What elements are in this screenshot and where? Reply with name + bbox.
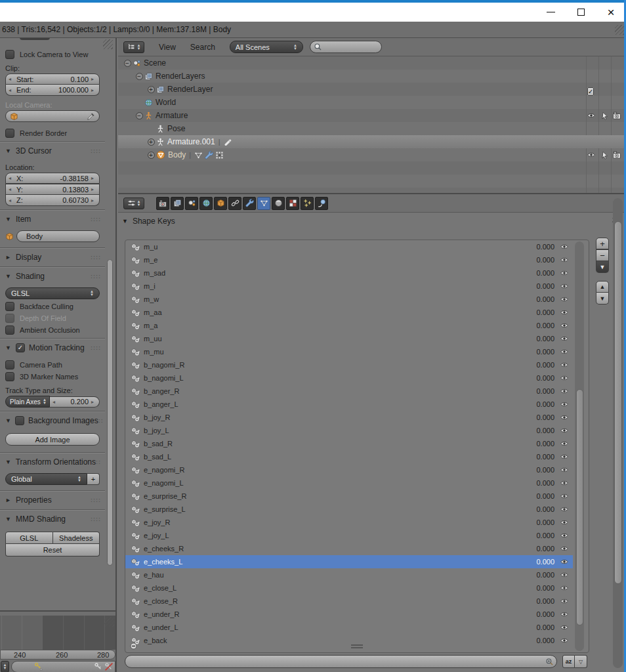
mmd-reset-button[interactable]: Reset bbox=[5, 544, 100, 556]
cursor-z-slider[interactable]: ◂ Z: 0.60730 ▸ bbox=[5, 195, 100, 206]
shape-key-name[interactable]: e_joy_L bbox=[144, 532, 536, 539]
tab-particles[interactable] bbox=[301, 197, 314, 210]
cursor-y-slider[interactable]: ◂ Y: 0.13803 ▸ bbox=[5, 184, 100, 195]
tab-world[interactable] bbox=[199, 197, 213, 210]
mute-eye-icon[interactable] bbox=[560, 282, 569, 291]
mute-eye-icon[interactable] bbox=[560, 597, 569, 606]
shape-key-value[interactable]: 0.000 bbox=[536, 387, 554, 395]
shape-key-name[interactable]: b_joy_R bbox=[144, 413, 536, 421]
shape-key-value[interactable]: 0.000 bbox=[536, 322, 554, 329]
shape-key-value[interactable]: 0.000 bbox=[536, 505, 554, 513]
selectability-cursor-icon[interactable] bbox=[599, 150, 610, 159]
item-name-field[interactable]: Body bbox=[16, 230, 100, 242]
increment-arrow-icon[interactable]: ▸ bbox=[91, 186, 96, 192]
shape-key-name[interactable]: e_cheeks_L bbox=[144, 558, 536, 566]
mute-eye-icon[interactable] bbox=[560, 570, 569, 579]
sort-alphabetical-button[interactable]: az bbox=[562, 655, 575, 668]
decrement-arrow-icon[interactable]: ◂ bbox=[9, 175, 14, 181]
shape-key-row-m_mu[interactable]: m_mu0.000 bbox=[125, 345, 573, 358]
increment-arrow-icon[interactable]: ▸ bbox=[91, 76, 96, 82]
panel-transform-orientations[interactable]: ▼ Transform Orientations :: bbox=[5, 456, 101, 468]
properties-scrollbar-thumb[interactable] bbox=[614, 221, 622, 584]
shape-key-row-b_anger_L[interactable]: b_anger_L0.000 bbox=[125, 398, 573, 411]
outliner-item-label[interactable]: Body bbox=[168, 150, 186, 159]
shape-key-value[interactable]: 0.000 bbox=[536, 243, 554, 251]
panel-drag-grip[interactable]: :: bbox=[96, 459, 101, 465]
expand-toggle-icon[interactable]: + bbox=[146, 138, 156, 146]
renderability-camera-icon[interactable] bbox=[612, 150, 622, 159]
mute-eye-icon[interactable] bbox=[560, 557, 569, 566]
shape-key-value[interactable]: 0.000 bbox=[536, 282, 554, 290]
local-camera-field[interactable] bbox=[5, 110, 100, 122]
render-border-checkbox[interactable] bbox=[5, 129, 14, 138]
decrement-arrow-icon[interactable]: ◂ bbox=[9, 76, 14, 82]
shape-key-value[interactable]: 0.000 bbox=[536, 492, 554, 500]
increment-arrow-icon[interactable]: ▸ bbox=[91, 399, 96, 405]
shape-key-name[interactable]: e_under_R bbox=[144, 610, 536, 618]
outliner-row-scene[interactable]: −Scene bbox=[118, 56, 626, 70]
mute-eye-icon[interactable] bbox=[560, 373, 569, 383]
visibility-eye-icon[interactable] bbox=[586, 111, 596, 120]
collapse-toggle-icon[interactable]: − bbox=[134, 112, 144, 119]
shape-key-value[interactable]: 0.000 bbox=[536, 610, 554, 618]
delete-keyframe-icon[interactable] bbox=[104, 662, 114, 671]
mute-eye-icon[interactable] bbox=[560, 518, 569, 527]
shape-key-value[interactable]: 0.000 bbox=[536, 571, 554, 579]
collapse-toggle-icon[interactable]: − bbox=[122, 60, 133, 67]
shape-key-row-e_joy_R[interactable]: e_joy_R0.000 bbox=[125, 516, 573, 529]
eyedropper-icon[interactable] bbox=[87, 112, 95, 121]
add-image-button[interactable]: Add Image bbox=[5, 433, 100, 446]
tab-texture[interactable] bbox=[286, 197, 299, 210]
expand-toggle-icon[interactable]: + bbox=[146, 86, 156, 93]
shape-key-row-e_cheeks_L[interactable]: e_cheeks_L0.000 bbox=[125, 555, 573, 568]
panel-drag-grip[interactable]: :::: bbox=[91, 497, 101, 503]
marker-names-checkbox[interactable] bbox=[5, 372, 14, 381]
shape-key-row-m_a[interactable]: m_a0.000 bbox=[125, 319, 573, 332]
list-scrollbar-thumb[interactable] bbox=[576, 389, 583, 625]
decrement-arrow-icon[interactable]: ◂ bbox=[9, 87, 14, 93]
shape-key-row-m_uu[interactable]: m_uu0.000 bbox=[125, 332, 573, 345]
outliner-item-label[interactable]: RenderLayers bbox=[156, 72, 205, 81]
mute-eye-icon[interactable] bbox=[560, 295, 569, 304]
move-shape-key-down-button[interactable]: ▼ bbox=[596, 293, 609, 304]
tab-cube[interactable] bbox=[214, 197, 227, 210]
shape-key-name[interactable]: e_close_L bbox=[144, 584, 536, 592]
mute-eye-icon[interactable] bbox=[560, 255, 569, 264]
sidebar-scrollbar[interactable] bbox=[107, 259, 113, 566]
mute-eye-icon[interactable] bbox=[560, 426, 569, 435]
shape-key-row-e_nagomi_L[interactable]: e_nagomi_L0.000 bbox=[125, 476, 573, 490]
mute-eye-icon[interactable] bbox=[560, 387, 569, 396]
shape-key-value[interactable]: 0.000 bbox=[536, 440, 554, 448]
timeline-frame-scrollbar[interactable]: 240260280 bbox=[0, 650, 115, 660]
mmd-glsl-button[interactable]: GLSL bbox=[5, 532, 53, 544]
shape-key-name[interactable]: m_sad bbox=[144, 269, 536, 277]
mute-eye-icon[interactable] bbox=[560, 583, 569, 593]
shape-key-row-b_nagomi_R[interactable]: b_nagomi_R0.000 bbox=[125, 358, 573, 371]
panel-drag-grip[interactable]: :::: bbox=[91, 254, 101, 261]
panel-drag-grip[interactable]: :::: bbox=[91, 148, 101, 154]
list-resize-grip[interactable] bbox=[351, 644, 363, 648]
mute-eye-icon[interactable] bbox=[560, 452, 569, 461]
panel-drag-grip[interactable]: :::: bbox=[91, 273, 101, 280]
shape-key-name[interactable]: m_w bbox=[144, 295, 536, 303]
collapse-toggle-icon[interactable]: − bbox=[134, 73, 144, 80]
outliner-row-body[interactable]: +Body| bbox=[118, 148, 626, 161]
shape-key-row-e_surprise_L[interactable]: e_surprise_L0.000 bbox=[125, 503, 573, 516]
view-menu[interactable]: View bbox=[159, 43, 176, 52]
mute-eye-icon[interactable] bbox=[560, 413, 569, 422]
remove-shape-key-button[interactable]: − bbox=[596, 249, 609, 261]
mute-eye-icon[interactable] bbox=[560, 439, 569, 448]
tab-layers[interactable] bbox=[171, 197, 184, 210]
shape-key-row-e_hau[interactable]: e_hau0.000 bbox=[125, 568, 573, 581]
shape-key-name[interactable]: e_nagomi_R bbox=[144, 466, 536, 474]
shape-key-name[interactable]: b_anger_R bbox=[144, 387, 536, 395]
shape-key-row-e_cheeks_R[interactable]: e_cheeks_R0.000 bbox=[125, 542, 573, 555]
outliner-search-field[interactable] bbox=[310, 41, 382, 53]
panel-motion-tracking[interactable]: ▼ ✓ Motion Tracking :::: bbox=[5, 342, 101, 354]
mute-eye-icon[interactable] bbox=[560, 478, 569, 488]
renderability-camera-icon[interactable] bbox=[612, 111, 622, 120]
outliner-item-label[interactable]: Armature.001 bbox=[167, 137, 215, 146]
tab-scene[interactable] bbox=[185, 197, 198, 210]
editor-type-selector[interactable]: ▲▼ bbox=[123, 41, 144, 53]
shape-key-name[interactable]: b_nagomi_L bbox=[144, 374, 536, 382]
